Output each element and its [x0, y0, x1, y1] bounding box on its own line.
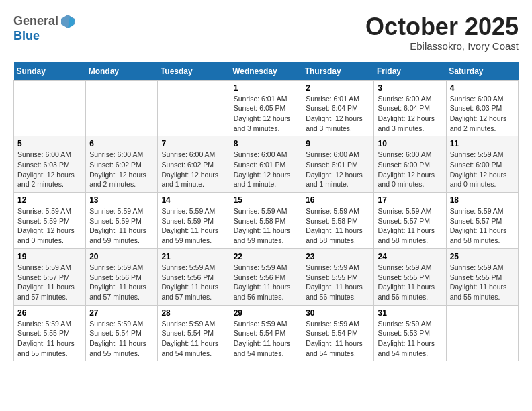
- calendar-cell: 22Sunrise: 5:59 AM Sunset: 5:56 PM Dayli…: [230, 248, 302, 305]
- day-number: 9: [306, 139, 370, 148]
- day-info: Sunrise: 5:59 AM Sunset: 5:57 PM Dayligh…: [450, 206, 515, 246]
- day-info: Sunrise: 5:59 AM Sunset: 5:59 PM Dayligh…: [89, 206, 154, 246]
- day-number: 31: [378, 308, 442, 318]
- calendar-cell: 27Sunrise: 5:59 AM Sunset: 5:54 PM Dayli…: [86, 305, 158, 361]
- calendar-header-friday: Friday: [374, 62, 446, 81]
- calendar-cell: 7Sunrise: 6:00 AM Sunset: 6:02 PM Daylig…: [158, 136, 230, 193]
- calendar-cell: 1Sunrise: 6:01 AM Sunset: 6:05 PM Daylig…: [230, 80, 302, 136]
- calendar-cell: 24Sunrise: 5:59 AM Sunset: 5:55 PM Dayli…: [374, 248, 446, 305]
- day-number: 22: [234, 252, 299, 261]
- month-title: October 2025: [365, 13, 519, 40]
- calendar-header-monday: Monday: [86, 62, 158, 81]
- day-info: Sunrise: 5:59 AM Sunset: 5:56 PM Dayligh…: [234, 263, 299, 302]
- logo-icon: [60, 13, 76, 30]
- calendar-cell: 11Sunrise: 5:59 AM Sunset: 6:00 PM Dayli…: [446, 136, 518, 193]
- day-number: 26: [17, 308, 82, 318]
- day-info: Sunrise: 6:00 AM Sunset: 6:03 PM Dayligh…: [17, 150, 82, 189]
- day-number: 18: [450, 195, 515, 205]
- day-number: 30: [306, 308, 370, 318]
- calendar-cell: 21Sunrise: 5:59 AM Sunset: 5:56 PM Dayli…: [158, 248, 230, 305]
- day-number: 23: [306, 252, 370, 261]
- calendar-cell: [14, 80, 86, 136]
- day-number: 11: [450, 139, 515, 148]
- calendar-cell: 25Sunrise: 5:59 AM Sunset: 5:55 PM Dayli…: [446, 248, 518, 305]
- calendar-cell: 20Sunrise: 5:59 AM Sunset: 5:56 PM Dayli…: [86, 248, 158, 305]
- day-info: Sunrise: 6:00 AM Sunset: 6:00 PM Dayligh…: [378, 150, 442, 189]
- calendar-cell: 29Sunrise: 5:59 AM Sunset: 5:54 PM Dayli…: [230, 305, 302, 361]
- day-number: 7: [161, 139, 226, 148]
- calendar-cell: [86, 80, 158, 136]
- day-info: Sunrise: 5:59 AM Sunset: 5:55 PM Dayligh…: [378, 263, 442, 302]
- calendar-cell: 14Sunrise: 5:59 AM Sunset: 5:59 PM Dayli…: [158, 193, 230, 249]
- day-number: 5: [17, 139, 82, 148]
- calendar-week-row: 5Sunrise: 6:00 AM Sunset: 6:03 PM Daylig…: [14, 136, 519, 193]
- calendar-header-wednesday: Wednesday: [230, 62, 302, 81]
- day-info: Sunrise: 5:59 AM Sunset: 5:58 PM Dayligh…: [306, 206, 370, 246]
- day-number: 3: [378, 83, 442, 93]
- calendar-header-thursday: Thursday: [302, 62, 374, 81]
- day-info: Sunrise: 6:00 AM Sunset: 6:02 PM Dayligh…: [161, 150, 226, 189]
- page-header: General Blue October 2025 Ebilassokro, I…: [13, 13, 519, 52]
- calendar-table: SundayMondayTuesdayWednesdayThursdayFrid…: [13, 62, 519, 362]
- calendar-cell: 31Sunrise: 5:59 AM Sunset: 5:53 PM Dayli…: [374, 305, 446, 361]
- day-number: 27: [89, 308, 154, 318]
- day-info: Sunrise: 6:00 AM Sunset: 6:01 PM Dayligh…: [234, 150, 299, 189]
- calendar-header-sunday: Sunday: [14, 62, 86, 81]
- calendar-week-row: 26Sunrise: 5:59 AM Sunset: 5:55 PM Dayli…: [14, 305, 519, 361]
- calendar-cell: [158, 80, 230, 136]
- day-number: 4: [450, 83, 515, 93]
- calendar-cell: 5Sunrise: 6:00 AM Sunset: 6:03 PM Daylig…: [14, 136, 86, 193]
- calendar-week-row: 12Sunrise: 5:59 AM Sunset: 5:59 PM Dayli…: [14, 193, 519, 249]
- day-number: 20: [89, 252, 154, 261]
- day-number: 14: [161, 195, 226, 205]
- day-info: Sunrise: 5:59 AM Sunset: 5:55 PM Dayligh…: [450, 263, 515, 302]
- day-number: 25: [450, 252, 515, 261]
- logo-blue: Blue: [13, 29, 40, 42]
- location-title: Ebilassokro, Ivory Coast: [365, 40, 519, 52]
- day-number: 10: [378, 139, 442, 148]
- day-number: 17: [378, 195, 442, 205]
- logo: General Blue: [13, 13, 76, 43]
- day-info: Sunrise: 6:01 AM Sunset: 6:04 PM Dayligh…: [306, 94, 370, 134]
- day-info: Sunrise: 5:59 AM Sunset: 5:53 PM Dayligh…: [378, 319, 442, 359]
- calendar-cell: 26Sunrise: 5:59 AM Sunset: 5:55 PM Dayli…: [14, 305, 86, 361]
- calendar-cell: 6Sunrise: 6:00 AM Sunset: 6:02 PM Daylig…: [86, 136, 158, 193]
- calendar-cell: 17Sunrise: 5:59 AM Sunset: 5:57 PM Dayli…: [374, 193, 446, 249]
- day-number: 19: [17, 252, 82, 261]
- calendar-cell: [446, 305, 518, 361]
- day-number: 29: [234, 308, 299, 318]
- calendar-cell: 8Sunrise: 6:00 AM Sunset: 6:01 PM Daylig…: [230, 136, 302, 193]
- calendar-header-row: SundayMondayTuesdayWednesdayThursdayFrid…: [14, 62, 519, 81]
- day-number: 15: [234, 195, 299, 205]
- calendar-week-row: 19Sunrise: 5:59 AM Sunset: 5:57 PM Dayli…: [14, 248, 519, 305]
- day-info: Sunrise: 6:00 AM Sunset: 6:04 PM Dayligh…: [378, 94, 442, 134]
- day-info: Sunrise: 5:59 AM Sunset: 5:57 PM Dayligh…: [378, 206, 442, 246]
- calendar-header-saturday: Saturday: [446, 62, 518, 81]
- day-info: Sunrise: 6:01 AM Sunset: 6:05 PM Dayligh…: [234, 94, 299, 134]
- calendar-cell: 13Sunrise: 5:59 AM Sunset: 5:59 PM Dayli…: [86, 193, 158, 249]
- day-info: Sunrise: 5:59 AM Sunset: 5:57 PM Dayligh…: [17, 263, 82, 302]
- calendar-week-row: 1Sunrise: 6:01 AM Sunset: 6:05 PM Daylig…: [14, 80, 519, 136]
- title-block: October 2025 Ebilassokro, Ivory Coast: [365, 13, 519, 52]
- logo-general: General: [13, 15, 58, 28]
- day-info: Sunrise: 5:59 AM Sunset: 5:54 PM Dayligh…: [234, 319, 299, 359]
- day-info: Sunrise: 5:59 AM Sunset: 5:54 PM Dayligh…: [306, 319, 370, 359]
- calendar-cell: 19Sunrise: 5:59 AM Sunset: 5:57 PM Dayli…: [14, 248, 86, 305]
- calendar-cell: 3Sunrise: 6:00 AM Sunset: 6:04 PM Daylig…: [374, 80, 446, 136]
- day-number: 28: [161, 308, 226, 318]
- calendar-cell: 10Sunrise: 6:00 AM Sunset: 6:00 PM Dayli…: [374, 136, 446, 193]
- day-number: 16: [306, 195, 370, 205]
- day-info: Sunrise: 5:59 AM Sunset: 5:54 PM Dayligh…: [89, 319, 154, 359]
- day-info: Sunrise: 6:00 AM Sunset: 6:03 PM Dayligh…: [450, 94, 515, 134]
- day-number: 2: [306, 83, 370, 93]
- calendar-cell: 4Sunrise: 6:00 AM Sunset: 6:03 PM Daylig…: [446, 80, 518, 136]
- day-info: Sunrise: 5:59 AM Sunset: 5:56 PM Dayligh…: [161, 263, 226, 302]
- day-info: Sunrise: 5:59 AM Sunset: 5:55 PM Dayligh…: [306, 263, 370, 302]
- calendar-cell: 15Sunrise: 5:59 AM Sunset: 5:58 PM Dayli…: [230, 193, 302, 249]
- calendar-cell: 23Sunrise: 5:59 AM Sunset: 5:55 PM Dayli…: [302, 248, 374, 305]
- day-number: 13: [89, 195, 154, 205]
- day-info: Sunrise: 5:59 AM Sunset: 5:56 PM Dayligh…: [89, 263, 154, 302]
- calendar-header-tuesday: Tuesday: [158, 62, 230, 81]
- calendar-cell: 16Sunrise: 5:59 AM Sunset: 5:58 PM Dayli…: [302, 193, 374, 249]
- day-info: Sunrise: 5:59 AM Sunset: 6:00 PM Dayligh…: [450, 150, 515, 189]
